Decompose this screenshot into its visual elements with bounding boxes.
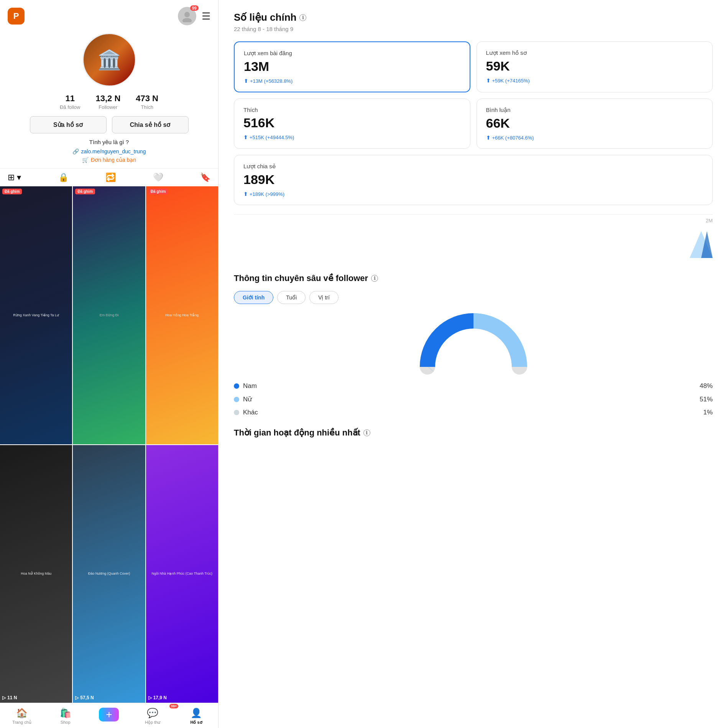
profile-views-change: ⬆ +59K (+74165%) <box>486 77 703 84</box>
svg-point-1 <box>182 18 192 22</box>
inbox-badge: 99+ <box>169 704 178 708</box>
section-title: Số liệu chính ℹ <box>234 12 713 23</box>
video-grid: Rừng Xanh Vang Tiếng Ta Lư Đã ghim Em Đừ… <box>0 186 218 703</box>
other-pct: 1% <box>703 409 713 416</box>
gender-row-male: Nam 48% <box>234 382 713 390</box>
male-label: Nam <box>243 382 257 390</box>
share-profile-button[interactable]: Chia sẻ hồ sơ <box>112 116 189 133</box>
p-badge-icon: P <box>8 8 25 25</box>
nav-home-label: Trang chủ <box>12 720 31 725</box>
tab-location[interactable]: Vị trí <box>309 291 339 304</box>
female-label: Nữ <box>243 395 252 403</box>
donut-svg <box>416 313 531 375</box>
nav-inbox[interactable]: 💬 99+ Hộp thư <box>131 706 174 726</box>
order-row[interactable]: 🛒 Đơn hàng của bạn <box>82 157 136 163</box>
shop-icon: 🛍️ <box>60 708 71 718</box>
bottom-nav: 🏠 Trang chủ 🛍️ Shop + 💬 99+ Hộp thư 👤 Hồ… <box>0 703 218 728</box>
nav-plus[interactable]: + <box>87 706 131 726</box>
gender-tabs: Giới tính Tuổi Vị trí <box>234 291 713 304</box>
video-cell-1[interactable]: Rừng Xanh Vang Tiếng Ta Lư Đã ghim <box>0 186 72 444</box>
other-dot <box>234 410 239 415</box>
video-bg-1: Rừng Xanh Vang Tiếng Ta Lư <box>0 186 72 444</box>
grid-icon[interactable]: ⊞ ▾ <box>8 173 21 182</box>
nav-shop[interactable]: 🛍️ Shop <box>44 706 87 726</box>
gender-row-other: Khác 1% <box>234 409 713 416</box>
comments-arrow: ⬆ <box>486 135 491 141</box>
top-bar: P 99 ☰ <box>0 0 218 29</box>
link-icon: 🔗 <box>72 148 79 154</box>
active-section-title: Thời gian hoạt động nhiều nhất ℹ <box>234 428 713 438</box>
likes-label: Thích <box>243 107 461 113</box>
follower-section-title: Thông tin chuyên sâu về follower ℹ <box>234 273 713 283</box>
avatar-inner: 🏛️ <box>84 34 135 85</box>
inbox-icon: 💬 <box>147 708 158 718</box>
chart-svg <box>651 227 713 266</box>
heart-icon[interactable]: 🤍 <box>153 173 163 182</box>
stat-card-comments[interactable]: Bình luận 66K ⬆ +66K (+80764.6%) <box>477 99 713 149</box>
bookmark-icon[interactable]: 🔖 <box>200 173 210 182</box>
stat-card-views[interactable]: Lượt xem bài đăng 13M ⬆ +13M (+56328.8%) <box>234 41 470 92</box>
notification-badge[interactable]: 99 <box>178 7 196 25</box>
active-info-icon[interactable]: ℹ <box>363 429 370 436</box>
svg-point-0 <box>184 12 190 17</box>
repost-icon[interactable]: 🔁 <box>105 173 116 182</box>
stat-card-likes[interactable]: Thích 516K ⬆ +515K (+49444.5%) <box>234 99 470 149</box>
male-dot <box>234 383 239 389</box>
tab-age[interactable]: Tuổi <box>277 291 306 304</box>
chart-area <box>234 227 713 266</box>
gender-left-other: Khác <box>234 409 258 416</box>
comments-change: ⬆ +66K (+80764.6%) <box>486 135 703 141</box>
video-cell-3[interactable]: Hoa Hồng Hoa Trắng Đã ghim <box>146 186 218 444</box>
nav-profile[interactable]: 👤 Hồ sơ <box>174 706 218 726</box>
female-dot <box>234 397 239 402</box>
stat-card-profile-views[interactable]: Lượt xem hồ sơ 59K ⬆ +59K (+74165%) <box>477 41 713 92</box>
pv-arrow: ⬆ <box>486 77 491 84</box>
profile-link[interactable]: 🔗 zalo.me/nguyen_duc_trung <box>72 148 146 154</box>
video-count-5: ▷57,5 N <box>75 695 94 700</box>
other-label: Khác <box>243 409 258 416</box>
link-text: zalo.me/nguyen_duc_trung <box>81 148 146 154</box>
top-bar-left: P <box>8 8 25 25</box>
title-info-icon[interactable]: ℹ <box>299 14 306 21</box>
views-value: 13M <box>244 59 460 74</box>
cart-icon: 🛒 <box>82 157 89 163</box>
male-pct: 48% <box>700 382 713 390</box>
lock-icon[interactable]: 🔒 <box>58 173 69 182</box>
like-count: 473 N <box>136 94 158 104</box>
profile-views-label: Lượt xem hồ sơ <box>486 49 703 56</box>
follower-count: 13,2 N <box>95 94 120 104</box>
video-bg-6: Ngôi Nhà Hạnh Phúc (Cao Thanh Trúc) <box>146 445 218 703</box>
views-change: ⬆ +13M (+56328.8%) <box>244 78 460 84</box>
shares-arrow: ⬆ <box>243 191 248 197</box>
plus-button[interactable]: + <box>99 708 119 721</box>
views-arrow: ⬆ <box>244 78 248 84</box>
filter-tabs: ⊞ ▾ <box>8 173 21 182</box>
shares-value: 189K <box>243 172 703 187</box>
video-cell-5[interactable]: Đào Nương (Quanh Cover) ▷57,5 N <box>73 445 145 703</box>
comments-value: 66K <box>486 116 703 131</box>
stat-card-shares[interactable]: Lượt chia sẻ 189K ⬆ +189K (>999%) <box>234 155 713 205</box>
divider <box>234 214 713 215</box>
follow-stat: 11 Đã follow <box>60 94 80 110</box>
gender-left-female: Nữ <box>234 395 252 403</box>
follow-label: Đã follow <box>60 104 80 110</box>
left-panel: P 99 ☰ 🏛️ 11 Đã follow 13,2 N Follower <box>0 0 219 728</box>
hamburger-menu[interactable]: ☰ <box>202 10 210 22</box>
profile-views-value: 59K <box>486 59 703 74</box>
video-cell-6[interactable]: Ngôi Nhà Hạnh Phúc (Cao Thanh Trúc) ▷17,… <box>146 445 218 703</box>
likes-change: ⬆ +515K (+49444.5%) <box>243 134 461 140</box>
follow-count: 11 <box>60 94 80 104</box>
nav-home[interactable]: 🏠 Trang chủ <box>0 706 44 726</box>
donut-chart-container <box>234 313 713 375</box>
video-cell-2[interactable]: Em Đừng Đi Đã ghim <box>73 186 145 444</box>
comments-label: Bình luận <box>486 107 703 113</box>
edit-profile-button[interactable]: Sửa hồ sơ <box>30 116 107 133</box>
follower-label: Follower <box>95 104 120 110</box>
tab-gender[interactable]: Giới tính <box>234 291 273 304</box>
video-cell-4[interactable]: Hoa Nở Không Màu ▷11 N <box>0 445 72 703</box>
bio-text: Tình yêu là gì ? <box>89 139 129 145</box>
like-stat: 473 N Thích <box>136 94 158 110</box>
video-bg-5: Đào Nương (Quanh Cover) <box>73 445 145 703</box>
follower-info-icon[interactable]: ℹ <box>371 275 378 282</box>
video-badge-2: Đã ghim <box>75 189 95 194</box>
